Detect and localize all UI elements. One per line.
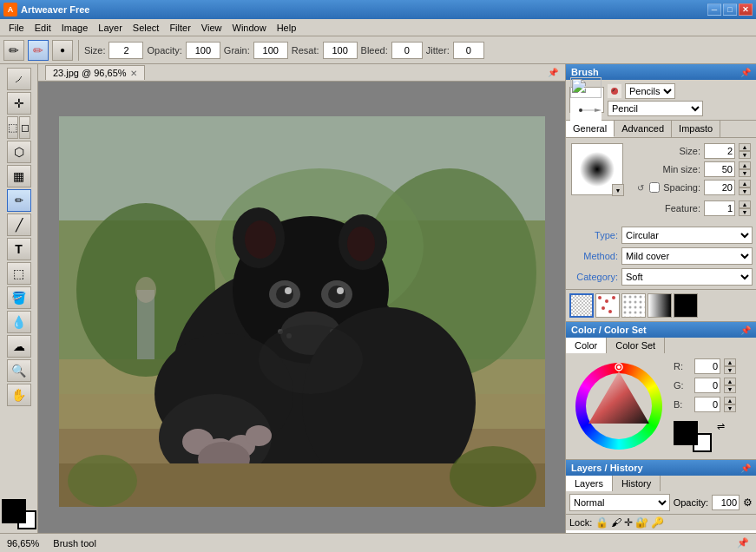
min-size-value[interactable] xyxy=(704,161,735,177)
brush-category-select[interactable]: Pencils xyxy=(625,83,675,99)
move-tool[interactable]: ✛ xyxy=(7,92,31,115)
menu-edit[interactable]: Edit xyxy=(30,21,56,35)
refresh-icon[interactable]: ↺ xyxy=(637,183,644,193)
spacing-up[interactable]: ▲ xyxy=(739,180,751,187)
close-button[interactable]: ✕ xyxy=(739,3,753,16)
blend-mode-select[interactable]: Normal xyxy=(569,494,670,511)
menu-view[interactable]: View xyxy=(196,21,227,35)
swap-colors-button[interactable]: ⇌ xyxy=(717,421,725,432)
min-size-down[interactable]: ▼ xyxy=(739,169,751,177)
b-spinner[interactable]: ▲ ▼ xyxy=(724,397,736,412)
line-tool[interactable]: ╱ xyxy=(7,214,31,236)
b-up[interactable]: ▲ xyxy=(724,397,736,404)
eyedropper-tool[interactable]: 💧 xyxy=(7,311,31,333)
brush-tool-button[interactable]: ✏ xyxy=(3,40,24,61)
swatch-5[interactable] xyxy=(674,293,698,318)
layers-panel-pin[interactable]: 📌 xyxy=(740,463,751,473)
swatch-2[interactable] xyxy=(595,293,620,318)
menu-help[interactable]: Help xyxy=(272,21,302,35)
tab-color[interactable]: Color xyxy=(566,338,607,353)
color-panel-pin[interactable]: 📌 xyxy=(740,325,751,335)
feature-down[interactable]: ▼ xyxy=(739,208,751,216)
lock-all-icon[interactable]: 🔐 xyxy=(635,516,648,529)
feature-value[interactable] xyxy=(704,200,735,216)
r-up[interactable]: ▲ xyxy=(724,358,736,366)
menu-select[interactable]: Select xyxy=(128,21,165,35)
min-size-up[interactable]: ▲ xyxy=(739,161,751,169)
menu-image[interactable]: Image xyxy=(56,21,94,35)
dot-tool-button[interactable]: ● xyxy=(52,40,73,61)
brush-panel-pin[interactable]: 📌 xyxy=(740,68,751,77)
status-pin[interactable]: 📌 xyxy=(737,537,749,549)
g-up[interactable]: ▲ xyxy=(724,378,736,385)
brush-shape-dropdown[interactable]: ▼ xyxy=(612,184,624,196)
color-wheel-container[interactable] xyxy=(571,358,667,454)
g-down[interactable]: ▼ xyxy=(724,385,736,393)
tab-layers[interactable]: Layers xyxy=(566,476,613,491)
transform-tool[interactable]: ◻ xyxy=(19,116,30,139)
menu-filter[interactable]: Filter xyxy=(164,21,195,35)
tab-advanced[interactable]: Advanced xyxy=(615,121,672,137)
size-down[interactable]: ▼ xyxy=(739,151,751,159)
lock-transparency-icon[interactable]: 🔒 xyxy=(595,516,608,529)
color-wheel-svg[interactable] xyxy=(571,358,667,454)
spacing-checkbox[interactable] xyxy=(649,182,660,193)
g-spinner[interactable]: ▲ ▼ xyxy=(724,378,736,393)
bleed-input[interactable] xyxy=(391,42,423,59)
category-select[interactable]: Soft xyxy=(621,268,753,286)
tab-history[interactable]: History xyxy=(613,476,661,491)
grid-tool[interactable]: ▦ xyxy=(7,165,31,187)
brush-preview[interactable] xyxy=(569,87,604,113)
opacity-input[interactable] xyxy=(186,42,220,59)
size-value[interactable] xyxy=(704,143,735,159)
menu-layer[interactable]: Layer xyxy=(93,21,128,35)
r-down[interactable]: ▼ xyxy=(724,366,736,374)
swatch-4[interactable] xyxy=(648,293,672,318)
canvas-tab-item[interactable]: 23.jpg @ 96,65% ✕ xyxy=(45,65,145,80)
type-select[interactable]: Circular xyxy=(621,227,753,244)
swatch-1[interactable] xyxy=(569,293,594,318)
tab-general[interactable]: General xyxy=(566,121,615,137)
foreground-color[interactable] xyxy=(2,499,26,523)
method-select[interactable]: Mild cover xyxy=(621,247,753,265)
grain-input[interactable] xyxy=(253,42,288,59)
size-spinner[interactable]: ▲ ▼ xyxy=(739,143,751,159)
canvas-close-button[interactable]: ✕ xyxy=(130,69,137,78)
tab-impasto[interactable]: Impasto xyxy=(672,121,720,137)
resat-input[interactable] xyxy=(323,42,358,59)
zoom-tool[interactable]: 🔍 xyxy=(7,359,31,382)
shape-tool[interactable]: ⬡ xyxy=(7,141,31,163)
pencil-tool-button[interactable]: ✏ xyxy=(28,40,49,61)
layers-opacity-input[interactable] xyxy=(712,495,740,510)
smudge-tool[interactable]: ☁ xyxy=(7,335,31,358)
brush-name-select[interactable]: Pencil xyxy=(608,101,703,116)
hand-tool[interactable]: ✋ xyxy=(7,384,31,406)
menu-file[interactable]: File xyxy=(3,21,30,35)
fg-swatch[interactable] xyxy=(674,421,698,445)
menu-window[interactable]: Window xyxy=(227,21,272,35)
lock-paint-icon[interactable]: 🖌 xyxy=(611,516,621,529)
canvas-pin-button[interactable]: 📌 xyxy=(548,68,558,77)
lock-move-icon[interactable]: ✛ xyxy=(624,516,633,529)
swatch-3[interactable] xyxy=(621,293,646,318)
text-tool[interactable]: T xyxy=(7,238,31,260)
select-tool[interactable]: ⟋ xyxy=(7,68,31,90)
pen-tool[interactable]: ✏ xyxy=(7,189,31,212)
eraser-tool[interactable]: ⬚ xyxy=(7,262,31,285)
crop-tool[interactable]: ⬚ xyxy=(7,116,18,139)
tab-color-set[interactable]: Color Set xyxy=(607,338,665,353)
layer-item[interactable]: Background xyxy=(566,530,756,533)
feature-up[interactable]: ▲ xyxy=(739,200,751,208)
size-up[interactable]: ▲ xyxy=(739,143,751,151)
feature-spinner[interactable]: ▲ ▼ xyxy=(739,200,751,216)
r-spinner[interactable]: ▲ ▼ xyxy=(724,358,736,374)
lock-extra-icon[interactable]: 🔑 xyxy=(651,516,664,529)
fill-tool[interactable]: 🪣 xyxy=(7,286,31,309)
size-input[interactable] xyxy=(108,42,143,59)
min-size-spinner[interactable]: ▲ ▼ xyxy=(739,161,751,177)
spacing-down[interactable]: ▼ xyxy=(739,187,751,195)
jitter-input[interactable] xyxy=(453,42,484,59)
spacing-value[interactable] xyxy=(704,180,735,195)
canvas-content[interactable] xyxy=(38,82,565,533)
fg-bg-colors[interactable] xyxy=(2,499,36,529)
